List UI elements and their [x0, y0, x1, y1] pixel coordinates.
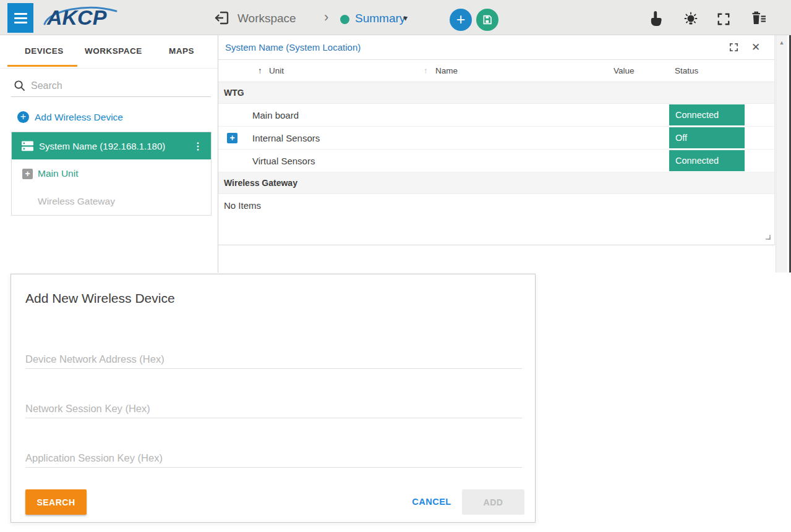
logo-text: AKCP — [47, 6, 106, 30]
tab-maps[interactable]: MAPS — [169, 46, 194, 56]
add-wireless-plus-icon[interactable]: + — [17, 111, 29, 123]
device-item-system-name[interactable]: System Name (192.168.1.180) ⋮ — [12, 132, 211, 159]
device-tree: System Name (192.168.1.180) ⋮ + Main Uni… — [11, 132, 212, 216]
panel-title: System Name (System Location) — [225, 42, 361, 53]
highlight-bulb-icon[interactable] — [683, 11, 699, 30]
device-network-address-field-wrap — [25, 350, 522, 369]
main-unit-label: Main Unit — [38, 168, 78, 179]
add-workspace-button[interactable]: + — [450, 9, 472, 31]
group-header-wtg: WTG — [218, 82, 774, 104]
empty-group-message: No Items — [218, 194, 774, 216]
search-button[interactable]: SEARCH — [25, 489, 87, 515]
table-row[interactable]: Virtual Sensors Connected — [218, 150, 774, 172]
search-input[interactable] — [31, 77, 204, 95]
breadcrumb-workspace[interactable]: Workspace — [237, 12, 296, 25]
column-unit[interactable]: Unit — [269, 66, 284, 75]
expand-plus-icon[interactable]: + — [227, 133, 237, 143]
menu-icon[interactable] — [7, 3, 33, 33]
panel-close-icon[interactable]: ✕ — [751, 41, 760, 54]
network-session-key-field-wrap — [25, 400, 522, 418]
tab-devices[interactable]: DEVICES — [25, 46, 64, 56]
caret-down-icon[interactable]: ▾ — [403, 13, 408, 23]
sort-asc-icon[interactable]: ↑ — [424, 66, 428, 75]
panel-fullscreen-icon[interactable] — [729, 43, 738, 54]
add-button[interactable]: ADD — [462, 489, 524, 515]
tree-item-main-unit[interactable]: + Main Unit — [12, 159, 211, 188]
tree-item-wireless-gateway[interactable]: Wireless Gateway — [12, 188, 211, 215]
scroll-up-icon[interactable]: ▲ — [776, 40, 787, 46]
expand-plus-icon[interactable]: + — [22, 169, 33, 179]
fullscreen-icon[interactable] — [717, 12, 730, 28]
table-row[interactable]: Main board Connected — [218, 104, 774, 127]
kebab-menu-icon[interactable]: ⋮ — [193, 140, 203, 152]
table-column-header: ↑ Unit ↑ Name Value Status — [218, 60, 774, 82]
akcp-app: AKCP Workspace › Summary ▾ + — [0, 0, 791, 532]
row-name: Internal Sensors — [252, 133, 320, 143]
column-status[interactable]: Status — [675, 66, 698, 75]
save-icon — [482, 14, 493, 25]
tab-workspace[interactable]: WORKSPACE — [85, 46, 142, 56]
status-badge[interactable]: Connected — [669, 104, 745, 125]
row-name: Main board — [252, 110, 299, 120]
network-session-key-input[interactable] — [25, 400, 522, 418]
add-wireless-device-link[interactable]: Add Wireless Device — [35, 112, 123, 123]
panel-header: System Name (System Location) ✕ — [218, 35, 774, 60]
akcp-logo: AKCP — [38, 4, 137, 32]
scrollbar[interactable]: ▲ — [776, 35, 787, 272]
status-dot-icon — [340, 15, 349, 24]
sort-asc-icon[interactable]: ↑ — [258, 66, 262, 75]
resize-handle-icon[interactable] — [765, 231, 771, 242]
exit-workspace-icon[interactable] — [214, 11, 229, 27]
active-tab-indicator — [7, 65, 77, 67]
application-session-key-input[interactable] — [25, 449, 522, 468]
save-workspace-button[interactable] — [476, 9, 498, 31]
table-row[interactable]: + Internal Sensors Off — [218, 127, 774, 150]
dialog-title: Add New Wireless Device — [25, 291, 175, 306]
search-icon — [14, 80, 25, 91]
plus-icon: + — [456, 11, 466, 28]
tabs-divider — [0, 68, 218, 69]
column-value[interactable]: Value — [614, 66, 635, 75]
group-header-wireless-gateway: Wireless Gateway — [218, 172, 774, 194]
touch-tool-icon[interactable] — [649, 11, 664, 30]
status-badge[interactable]: Connected — [669, 150, 745, 171]
application-session-key-field-wrap — [25, 449, 522, 468]
wireless-gateway-label: Wireless Gateway — [38, 196, 115, 207]
cancel-button[interactable]: CANCEL — [407, 493, 456, 510]
breadcrumb-summary[interactable]: Summary — [355, 12, 405, 25]
device-search — [11, 75, 211, 97]
row-name: Virtual Sensors — [252, 156, 315, 166]
status-badge[interactable]: Off — [669, 127, 745, 148]
summary-panel: System Name (System Location) ✕ ↑ Unit ↑… — [218, 35, 775, 245]
device-network-address-input[interactable] — [25, 350, 522, 369]
add-wireless-device-dialog: Add New Wireless Device SEARCH CANCEL AD… — [11, 274, 536, 523]
server-icon — [22, 141, 33, 151]
column-name[interactable]: Name — [435, 66, 458, 75]
device-item-label: System Name (192.168.1.180) — [39, 141, 165, 151]
top-bar: AKCP Workspace › Summary ▾ + — [0, 0, 791, 35]
chevron-right-icon: › — [324, 9, 328, 25]
trash-list-icon[interactable] — [750, 10, 767, 29]
